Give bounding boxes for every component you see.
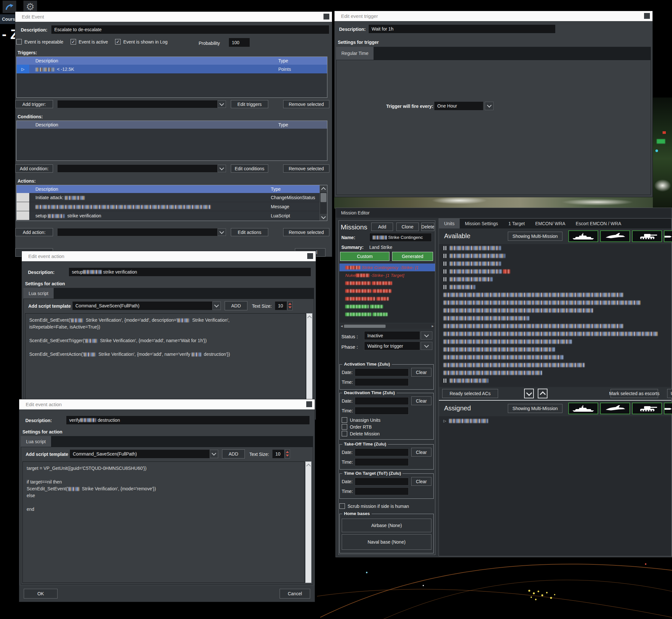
deactivation-date-input[interactable] <box>355 397 409 405</box>
mission-list[interactable]: Strike Contingency -Strike- [1Nuke -Stri… <box>340 264 435 323</box>
action-tabstrip[interactable]: Lua script <box>21 436 313 447</box>
takeoff-date-input[interactable] <box>355 449 409 456</box>
mission-editor-titlebar[interactable]: Mission Editor <box>336 208 672 218</box>
deactivation-clear-button[interactable]: Clear <box>411 396 431 405</box>
text-size-input[interactable]: 10 <box>272 450 285 459</box>
filter-ground-button[interactable] <box>632 403 662 414</box>
trigger-description-input[interactable]: Wait for 1h <box>368 24 556 33</box>
unit-list-item[interactable] <box>439 267 671 275</box>
available-units-list[interactable] <box>439 244 671 386</box>
activation-time-input[interactable] <box>355 378 409 386</box>
mark-escorts-button[interactable]: Mark selected as escorts <box>611 389 658 398</box>
conditions-list[interactable]: Description Type <box>16 121 327 161</box>
checkbox[interactable] <box>340 503 345 509</box>
checkbox[interactable] <box>16 39 22 45</box>
unit-list-item[interactable] <box>439 244 671 252</box>
table-row[interactable]: setup strike verificationLuaScript <box>16 211 320 220</box>
lua-script-editor[interactable]: target = VP_GetUnit({guid='C5TQUD-0HMNSC… <box>22 462 305 583</box>
unit-list-item[interactable] <box>439 314 671 322</box>
action-tabstrip[interactable]: Lua script <box>23 288 314 299</box>
row-gutter[interactable] <box>16 202 29 211</box>
add-trigger-button[interactable]: Add trigger: <box>15 100 53 108</box>
add-template-button[interactable]: ADD <box>222 450 245 459</box>
mission-list-item[interactable] <box>340 279 435 287</box>
row-gutter[interactable] <box>16 211 29 220</box>
scrollbar-thumb[interactable] <box>320 193 326 202</box>
tab-lua-script[interactable]: Lua script <box>23 288 54 299</box>
ok-button[interactable]: OK <box>24 589 58 599</box>
activation-clear-button[interactable]: Clear <box>411 368 431 376</box>
mission-list-item[interactable] <box>340 302 435 310</box>
unit-list-item[interactable] <box>439 376 671 385</box>
toolbar-button-course[interactable]: Cours <box>0 14 15 24</box>
script-scrollbar[interactable] <box>305 462 311 583</box>
event-description-input[interactable]: Escalate to de-escalate <box>51 25 329 34</box>
remove-conditions-button[interactable]: Remove selected <box>283 164 329 173</box>
filter-ships-button[interactable] <box>568 230 598 242</box>
template-dropdown[interactable]: Command_SaveScen(FullPath) <box>70 450 219 459</box>
unit-list-item[interactable] <box>439 330 671 338</box>
add-trigger-dropdown[interactable] <box>57 100 226 108</box>
clone-mission-button[interactable]: Clone <box>396 223 419 231</box>
status-dropdown-button[interactable] <box>421 331 432 340</box>
edit-conditions-button[interactable]: Edit conditions <box>231 164 268 173</box>
spinner-up-icon[interactable] <box>286 451 289 453</box>
checkbox[interactable] <box>342 417 347 423</box>
spinner-up-icon[interactable] <box>288 303 292 305</box>
tab-units[interactable]: Units <box>439 219 460 228</box>
checkbox[interactable] <box>342 431 347 436</box>
cancel-button[interactable]: Cancel <box>280 589 310 599</box>
row-gutter[interactable]: ▷ <box>16 65 29 73</box>
unit-list-item[interactable] <box>439 369 671 376</box>
template-dropdown[interactable]: Command_SaveScen(FullPath) <box>72 301 221 310</box>
remove-actions-button[interactable]: Remove selected <box>283 228 329 236</box>
actions-scrollbar[interactable] <box>320 185 327 221</box>
probability-input[interactable]: 100 <box>229 38 250 47</box>
toolbar-button-course-plot[interactable] <box>3 1 16 13</box>
unit-list-item[interactable] <box>439 338 671 345</box>
scroll-up-icon[interactable] <box>320 185 327 192</box>
scroll-left-icon[interactable]: ◄ <box>340 324 343 328</box>
unit-list-item[interactable] <box>439 260 671 267</box>
tab-regular-time[interactable]: Regular Time <box>336 47 374 60</box>
tab-lua-script[interactable]: Lua script <box>21 436 51 447</box>
edit-event-titlebar[interactable]: Edit Event <box>15 12 332 22</box>
edit-event-action-titlebar[interactable]: Edit event action <box>19 399 315 409</box>
unit-list-item[interactable] <box>439 322 671 330</box>
edit-actions-button[interactable]: Edit actions <box>231 228 268 236</box>
filter-ships-button[interactable] <box>568 403 598 414</box>
takeoff-clear-button[interactable]: Clear <box>411 448 431 457</box>
action-description-input[interactable]: verify destruction <box>66 416 310 425</box>
assigned-units-list[interactable]: ▷ <box>439 417 671 553</box>
status-dropdown[interactable]: Inactive <box>364 331 420 340</box>
text-size-spinner[interactable] <box>287 301 293 310</box>
phase-dropdown[interactable]: Waiting for trigger <box>364 342 420 350</box>
mission-list-item[interactable]: Nuke -Strike- [1 Target] <box>340 271 435 279</box>
spinner-down-icon[interactable] <box>288 306 292 308</box>
add-trigger-dropdown-button[interactable] <box>218 100 226 108</box>
filter-other-button[interactable] <box>664 403 672 414</box>
checkbox[interactable]: ✓ <box>70 39 76 45</box>
trigger-tabstrip[interactable]: Regular Time <box>336 47 651 60</box>
remove-triggers-button[interactable]: Remove selected <box>283 100 329 108</box>
takeoff-time-input[interactable] <box>355 458 409 466</box>
actions-list[interactable]: Description Type Initiate attack: Change… <box>16 185 327 221</box>
phase-dropdown-button[interactable] <box>421 342 432 350</box>
text-size-spinner[interactable] <box>285 450 290 459</box>
unit-list-item[interactable] <box>439 283 671 291</box>
table-row[interactable]: Message <box>16 202 320 211</box>
unit-list-item[interactable] <box>439 345 671 353</box>
ready-selected-acs-button[interactable]: Ready selected ACs <box>442 389 498 398</box>
scroll-up-icon[interactable] <box>307 316 312 320</box>
add-condition-dropdown[interactable] <box>57 164 226 173</box>
close-icon[interactable] <box>306 401 312 407</box>
spinner-down-icon[interactable] <box>286 455 289 457</box>
close-icon[interactable] <box>307 253 313 259</box>
add-action-dropdown-button[interactable] <box>218 228 226 236</box>
generated-missions-button[interactable]: Generated <box>392 252 433 261</box>
unit-list-item[interactable] <box>439 361 671 369</box>
table-row[interactable]: Initiate attack: ChangeMissionStatus <box>16 193 320 202</box>
triggers-list[interactable]: Description Type ▷ < -12.5KPoints <box>16 57 327 98</box>
unit-list-item[interactable]: ▷ <box>439 417 671 425</box>
mission-tabs[interactable]: UnitsMission Settings1 TargetEMCON/ WRAE… <box>439 219 671 228</box>
